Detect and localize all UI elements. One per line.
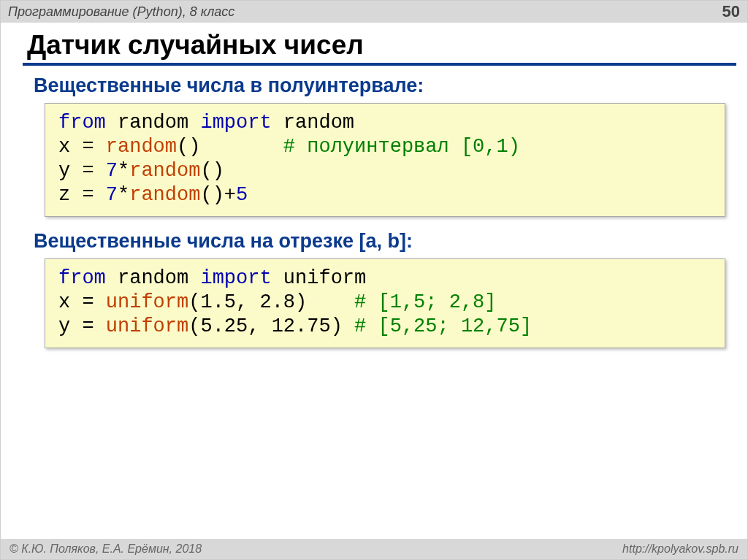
op: * bbox=[118, 184, 129, 206]
code-block-1: from random import random x = random() #… bbox=[45, 103, 725, 217]
var: z bbox=[58, 184, 70, 206]
comment: # [5,25; 12,75] bbox=[354, 315, 532, 337]
comment: # полуинтервал [0,1) bbox=[283, 136, 520, 158]
number: 5 bbox=[236, 184, 248, 206]
keyword: from bbox=[58, 112, 106, 134]
import-name: uniform bbox=[283, 267, 366, 289]
header-bar: Программирование (Python), 8 класс 50 bbox=[1, 1, 747, 23]
eq: = bbox=[70, 291, 106, 313]
section1-heading: Вещественные числа в полуинтервале: bbox=[1, 72, 747, 103]
copyright: © К.Ю. Поляков, Е.А. Ерёмин, 2018 bbox=[9, 542, 202, 556]
module-name: random bbox=[118, 112, 188, 134]
footer-url: http://kpolyakov.spb.ru bbox=[622, 542, 739, 556]
eq: = bbox=[70, 315, 106, 337]
keyword: import bbox=[200, 112, 271, 134]
eq: = bbox=[70, 136, 106, 158]
parens: () bbox=[177, 136, 200, 158]
parens: () bbox=[200, 184, 224, 206]
pad bbox=[307, 291, 354, 313]
slide: Программирование (Python), 8 класс 50 Да… bbox=[0, 0, 748, 560]
func-call: random bbox=[106, 136, 177, 158]
import-name: random bbox=[283, 112, 354, 134]
page-number: 50 bbox=[722, 2, 740, 21]
keyword: import bbox=[200, 267, 271, 289]
args: (5.25, 12.75) bbox=[188, 315, 343, 337]
func-call: uniform bbox=[106, 291, 188, 313]
func-call: random bbox=[129, 160, 200, 182]
module-name: random bbox=[118, 267, 188, 289]
eq: = bbox=[70, 184, 106, 206]
parens: () bbox=[200, 160, 224, 182]
number: 7 bbox=[106, 184, 118, 206]
args: (1.5, 2.8) bbox=[188, 291, 307, 313]
func-call: random bbox=[129, 184, 200, 206]
keyword: from bbox=[58, 267, 106, 289]
pad bbox=[200, 136, 283, 158]
var: y bbox=[58, 315, 70, 337]
code-block-2: from random import uniform x = uniform(1… bbox=[45, 258, 725, 348]
title-underline bbox=[23, 63, 736, 66]
section2-heading: Вещественные числа на отрезке [a, b]: bbox=[1, 227, 747, 258]
op: * bbox=[118, 160, 129, 182]
number: 7 bbox=[106, 160, 118, 182]
func-call: uniform bbox=[106, 315, 188, 337]
footer-bar: © К.Ю. Поляков, Е.А. Ерёмин, 2018 http:/… bbox=[1, 539, 747, 559]
course-title: Программирование (Python), 8 класс bbox=[8, 4, 234, 20]
op: + bbox=[224, 184, 236, 206]
slide-title: Датчик случайных чисел bbox=[1, 23, 747, 63]
var: x bbox=[58, 291, 70, 313]
var: y bbox=[58, 160, 70, 182]
eq: = bbox=[70, 160, 106, 182]
var: x bbox=[58, 136, 70, 158]
comment: # [1,5; 2,8] bbox=[354, 291, 496, 313]
pad bbox=[343, 315, 354, 337]
